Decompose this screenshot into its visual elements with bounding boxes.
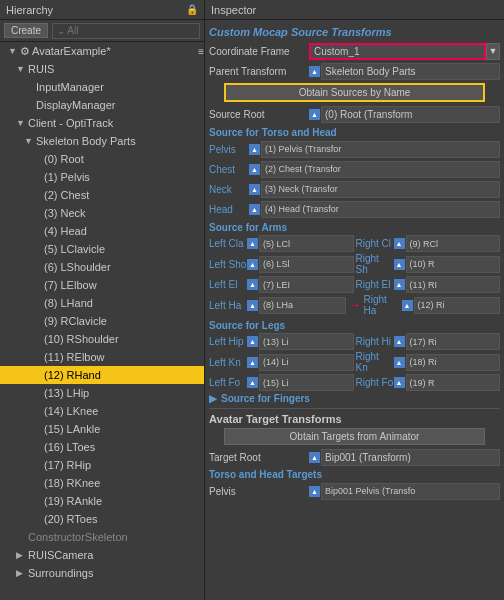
left-kn-value[interactable]: (14) Li (259, 354, 354, 371)
fingers-section[interactable]: ▶ Source for Fingers (209, 393, 500, 404)
parent-transform-value[interactable]: Skeleton Body Parts (321, 63, 500, 80)
tree-item-rankle[interactable]: (19) RAnkle (0, 492, 204, 510)
tree-item-lclavicle[interactable]: (5) LClavicle (0, 240, 204, 258)
chest-icon: ▲ (249, 164, 260, 175)
left-el-label: Left El (209, 279, 247, 290)
fingers-title: Source for Fingers (221, 393, 310, 404)
tree-item-neck[interactable]: (3) Neck (0, 204, 204, 222)
left-ha-icon: ▲ (247, 300, 258, 311)
target-root-value[interactable]: Bip001 (Transform) (321, 449, 500, 466)
tree-item-rknee[interactable]: (18) RKnee (0, 474, 204, 492)
tree-item-client[interactable]: ▼ Client - OptiTrack (0, 114, 204, 132)
right-fo-value[interactable]: (19) R (406, 374, 501, 391)
pelvis-target-row: Pelvis ▲ Bip001 Pelvis (Transfo (209, 482, 500, 500)
tree-item-skeleton[interactable]: ▼ Skeleton Body Parts (0, 132, 204, 150)
right-sh-label: Right Sh (356, 253, 394, 275)
coord-frame-row: Coordinate Frame Custom_1 ▼ (209, 42, 500, 60)
coord-frame-dropdown[interactable]: ▼ (486, 43, 500, 60)
left-fo-value[interactable]: (15) Li (259, 374, 354, 391)
chest-value[interactable]: (2) Chest (Transfor (261, 161, 500, 178)
hierarchy-search[interactable] (52, 23, 200, 39)
right-sh-value[interactable]: (10) R (406, 256, 501, 273)
torso-head-targets-title: Torso and Head Targets (209, 469, 500, 480)
tree-label-rankle: (19) RAnkle (44, 495, 102, 507)
left-el-icon: ▲ (247, 279, 258, 290)
target-root-label: Target Root (209, 452, 309, 463)
create-button[interactable]: Create (4, 23, 48, 38)
right-cl-value[interactable]: (9) RCl (406, 235, 501, 252)
tree-item-pelvis[interactable]: (1) Pelvis (0, 168, 204, 186)
tree-item-relbow[interactable]: (11) RElbow (0, 348, 204, 366)
tree-item-lelbow[interactable]: (7) LElbow (0, 276, 204, 294)
hierarchy-tree: ▼ ⚙ AvatarExample* ≡ ▼ RUIS InputManager… (0, 42, 204, 600)
head-value[interactable]: (4) Head (Transfor (261, 201, 500, 218)
tree-item-ruiscamera[interactable]: ▶ RUISCamera (0, 546, 204, 564)
right-ha-field: Right Ha ▲ (12) Ri (364, 294, 501, 316)
tree-item-rhip[interactable]: (17) RHip (0, 456, 204, 474)
tree-item-constructor[interactable]: ConstructorSkeleton (0, 528, 204, 546)
head-row: Head ▲ (4) Head (Transfor (209, 200, 500, 218)
tree-item-inputmanager[interactable]: InputManager (0, 78, 204, 96)
arrow-client: ▼ (16, 118, 26, 128)
obtain-sources-button[interactable]: Obtain Sources by Name (224, 83, 486, 102)
right-sh-field: Right Sh ▲ (10) R (356, 253, 501, 275)
tree-menu-avatar: ≡ (198, 46, 204, 57)
tree-item-avatar[interactable]: ▼ ⚙ AvatarExample* ≡ (0, 42, 204, 60)
tree-item-displaymanager[interactable]: DisplayManager (0, 96, 204, 114)
obtain-targets-button[interactable]: Obtain Targets from Animator (224, 428, 486, 445)
pelvis-icon: ▲ (249, 144, 260, 155)
left-ha-value[interactable]: (8) LHa (259, 297, 346, 314)
arrow-ruis: ▼ (16, 64, 26, 74)
right-fo-field: Right Fo ▲ (19) R (356, 374, 501, 391)
right-kn-value[interactable]: (18) Ri (406, 354, 501, 371)
inspector-panel: Inspector Custom Mocap Source Transforms… (205, 0, 504, 600)
head-icon: ▲ (249, 204, 260, 215)
tree-label-ruis: RUIS (28, 63, 54, 75)
tree-item-rshoulder[interactable]: (10) RShoulder (0, 330, 204, 348)
right-kn-label: Right Kn (356, 351, 394, 373)
arrow-avatar: ▼ (8, 46, 18, 56)
source-root-value[interactable]: (0) Root (Transform (321, 106, 500, 123)
right-el-value[interactable]: (11) RI (406, 276, 501, 293)
tree-label-rhip: (17) RHip (44, 459, 91, 471)
tree-item-lankle[interactable]: (15) LAnkle (0, 420, 204, 438)
left-sho-value[interactable]: (6) LSl (259, 256, 354, 273)
left-cla-value[interactable]: (5) LCl (259, 235, 354, 252)
target-root-row: Target Root ▲ Bip001 (Transform) (209, 448, 500, 466)
pelvis-target-value[interactable]: Bip001 Pelvis (Transfo (321, 483, 500, 500)
tree-item-chest[interactable]: (2) Chest (0, 186, 204, 204)
tree-item-lshoulder[interactable]: (6) LShoulder (0, 258, 204, 276)
tree-label-relbow: (11) RElbow (44, 351, 105, 363)
tree-item-ltoes[interactable]: (16) LToes (0, 438, 204, 456)
right-fo-icon: ▲ (394, 377, 405, 388)
neck-value[interactable]: (3) Neck (Transfor (261, 181, 500, 198)
tree-item-rtoes[interactable]: (20) RToes (0, 510, 204, 528)
tree-item-head[interactable]: (4) Head (0, 222, 204, 240)
tree-label-client: Client - OptiTrack (28, 117, 113, 129)
left-ha-field: Left Ha ▲ (8) LHa (209, 294, 346, 316)
hierarchy-panel: Hierarchy 🔒 Create ▼ ⚙ AvatarExample* ≡ … (0, 0, 205, 600)
right-fo-label: Right Fo (356, 377, 394, 388)
legs-title: Source for Legs (209, 320, 500, 331)
arms-title: Source for Arms (209, 222, 500, 233)
right-ha-value[interactable]: (12) Ri (414, 297, 501, 314)
tree-item-ruis[interactable]: ▼ RUIS (0, 60, 204, 78)
right-hi-value[interactable]: (17) Ri (406, 333, 501, 350)
hierarchy-title: Hierarchy (6, 4, 53, 16)
tree-item-root[interactable]: (0) Root (0, 150, 204, 168)
torso-head-section: Source for Torso and Head Pelvis ▲ (1) P… (209, 127, 500, 218)
tree-item-lhand[interactable]: (8) LHand (0, 294, 204, 312)
left-hip-value[interactable]: (13) Li (259, 333, 354, 350)
tree-item-surroundings[interactable]: ▶ Surroundings (0, 564, 204, 582)
left-kn-label: Left Kn (209, 357, 247, 368)
left-el-value[interactable]: (7) LEI (259, 276, 354, 293)
parent-transform-label: Parent Transform (209, 66, 309, 77)
tree-item-lknee[interactable]: (14) LKnee (0, 402, 204, 420)
tree-item-rhand[interactable]: (12) RHand (0, 366, 204, 384)
pelvis-value[interactable]: (1) Pelvis (Transfor (261, 141, 500, 158)
tree-item-lhip[interactable]: (13) LHip (0, 384, 204, 402)
coord-frame-value[interactable]: Custom_1 (309, 43, 486, 60)
tree-label-surroundings: Surroundings (28, 567, 93, 579)
chest-label: Chest (209, 164, 249, 175)
tree-item-rclavicle[interactable]: (9) RClavicle (0, 312, 204, 330)
